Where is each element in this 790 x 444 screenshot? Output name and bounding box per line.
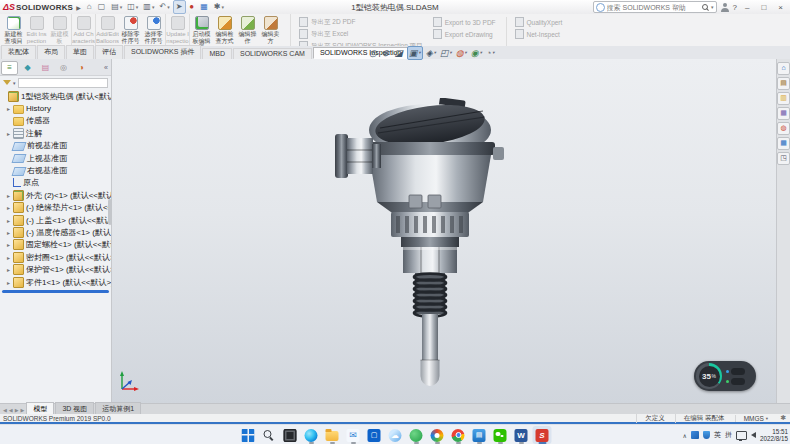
recorder-button-2[interactable] — [731, 378, 745, 385]
quick-access-button[interactable]: ▢ — [96, 1, 109, 13]
commandmanager-tab[interactable]: 评估 — [95, 45, 123, 59]
taskbar-app-button[interactable] — [428, 426, 447, 444]
hide-show-items-icon[interactable]: ◰▾ — [439, 47, 453, 59]
commandmanager-tab[interactable]: MBD — [202, 48, 232, 59]
ime-pinyin-indicator[interactable]: 拼 — [725, 430, 732, 440]
taskbar-app-button[interactable] — [281, 426, 300, 444]
custom-properties-icon[interactable]: ▦ — [777, 137, 790, 150]
ribbon-button[interactable]: 移除零件序号 — [119, 14, 142, 46]
tray-volume-icon[interactable] — [751, 432, 756, 438]
ribbon-button[interactable]: 选择零件序号 — [142, 14, 165, 46]
dimxpertmanager-tab[interactable]: ◎ — [55, 61, 72, 75]
tray-chevron-icon[interactable]: ∧ — [683, 432, 687, 439]
taskbar-app-button[interactable] — [239, 426, 258, 444]
ribbon-button[interactable]: 新建模板 — [48, 14, 71, 46]
panel-collapse-icon[interactable]: « — [104, 64, 110, 71]
taskbar-app-button[interactable]: W — [512, 426, 531, 444]
commandmanager-tab[interactable]: SOLIDWORKS CAM — [233, 48, 312, 59]
filter-caret-icon[interactable]: ▾ — [13, 80, 16, 86]
taskbar-app-button[interactable]: ▢ — [365, 426, 384, 444]
view-orientation-icon[interactable]: ▣▾ — [407, 46, 423, 60]
quick-access-button[interactable]: ↶▾ — [157, 1, 171, 13]
configurationmanager-tab[interactable]: ▤ — [37, 61, 54, 75]
export-button[interactable]: 导出至 2D PDF — [299, 17, 423, 27]
taskbar-app-button[interactable] — [260, 426, 279, 444]
status-item[interactable]: 欠定义 — [636, 414, 675, 423]
feature-tree-item[interactable]: ▸ 保护管<1> (默认<<默认>_显示状 — [0, 263, 111, 275]
ime-english-indicator[interactable]: 英 — [714, 430, 721, 440]
feature-tree-item[interactable]: ▸ 外壳 (2)<1> (默认<<默认>_显示状 — [0, 189, 111, 201]
feature-tree-item[interactable]: ▸ 注解 — [0, 127, 111, 139]
feature-tree-item[interactable]: ▸ History — [0, 102, 111, 114]
taskbar-app-button[interactable] — [323, 426, 342, 444]
taskbar-app-button[interactable] — [491, 426, 510, 444]
taskbar-app-button[interactable]: S — [533, 426, 552, 444]
ribbon-button[interactable]: Update Inspection Project — [165, 14, 189, 46]
tray-app-icon[interactable] — [691, 431, 699, 439]
export-button[interactable]: Net-Inspect — [515, 29, 563, 39]
export-button[interactable]: 导出至 Excel — [299, 29, 423, 39]
feature-tree-item[interactable]: ▸ (-) 绝缘垫片<1> (默认<<默认>_显 — [0, 202, 111, 214]
design-library-icon[interactable]: ▤ — [777, 77, 790, 90]
close-button[interactable]: × — [774, 1, 787, 14]
ribbon-button[interactable]: 编辑卖方 — [259, 14, 282, 46]
taskbar-app-button[interactable] — [449, 426, 468, 444]
ribbon-button[interactable]: 编辑操作 — [236, 14, 259, 46]
quick-access-button[interactable]: ▤▾ — [109, 1, 124, 13]
search-icon[interactable] — [702, 4, 709, 11]
tray-network-icon[interactable] — [736, 431, 747, 440]
graphics-viewport[interactable]: 35% — [112, 59, 776, 403]
ribbon-button[interactable]: Add Characteristic — [71, 14, 95, 46]
quick-access-button[interactable]: ▥▾ — [141, 1, 156, 13]
minimize-button[interactable]: – — [741, 1, 753, 14]
featuremanager-tab[interactable]: ≡ — [1, 61, 18, 75]
export-button[interactable]: Export eDrawing — [433, 29, 496, 39]
commandmanager-tab[interactable]: 布局 — [37, 45, 65, 59]
feature-tree-item[interactable]: ▸ 固定螺栓<1> (默认<<默认>_显示 — [0, 239, 111, 251]
ribbon-button[interactable]: 编辑检查方式 — [213, 14, 236, 46]
edit-appearance-icon[interactable]: ◍▾ — [455, 47, 468, 59]
ribbon-button[interactable]: 新建检查项目 (amp;N) — [2, 14, 25, 46]
quick-access-button[interactable]: ➤ — [173, 0, 187, 14]
taskbar-app-button[interactable]: ✉ — [344, 426, 363, 444]
displaymanager-tab[interactable]: ◑ — [73, 61, 90, 75]
forum-icon[interactable]: ◳ — [777, 152, 790, 165]
export-button[interactable]: Export to 3D PDF — [433, 17, 496, 27]
feature-tree-item[interactable]: ▸ 密封圈<1> (默认<<默认>_显示状 — [0, 251, 111, 263]
taskbar-clock[interactable]: 15:51 2022/8/15 — [760, 428, 788, 442]
commandmanager-tab[interactable]: SOLIDWORKS 插件 — [124, 45, 201, 59]
menu-expand-icon[interactable]: ▶ — [76, 4, 81, 11]
ribbon-button[interactable]: Edit Inspection Project — [25, 14, 48, 46]
tree-filter-input[interactable] — [18, 78, 108, 88]
restore-button[interactable]: □ — [757, 1, 770, 14]
apply-scene-icon[interactable]: ◉▾ — [470, 47, 483, 59]
feature-tree-item[interactable]: 右视基准面 — [0, 164, 111, 176]
commandmanager-tab[interactable]: 草图 — [66, 45, 94, 59]
status-item[interactable]: MMGS▾ — [735, 415, 777, 422]
feature-tree-item[interactable]: ▸ 零件2<1> (默认<<默认>_显示状 — [0, 288, 111, 289]
status-item[interactable]: 在编辑 装配体 — [675, 414, 735, 423]
task-pane-home-icon[interactable]: ⌂ — [777, 62, 790, 75]
file-explorer-icon[interactable]: ▥ — [777, 92, 790, 105]
taskbar-app-button[interactable] — [407, 426, 426, 444]
display-style-icon[interactable]: ◈▾ — [425, 47, 437, 59]
ribbon-button[interactable]: 启动模板编辑器 — [189, 14, 213, 46]
feature-tree-item[interactable]: ▸ (-) 上盖<1> (默认<<默认>_显示状 — [0, 214, 111, 226]
quick-access-button[interactable]: ✱▾ — [212, 1, 226, 13]
quick-access-button[interactable]: ▦ — [198, 1, 211, 13]
filter-funnel-icon[interactable] — [3, 80, 11, 85]
feature-tree-item[interactable]: 原点 — [0, 177, 111, 189]
feature-tree-item[interactable]: 1型铠装热电偶 (默认<默认>_显示状态-1 — [0, 90, 111, 102]
propertymanager-tab[interactable]: ◆ — [19, 61, 36, 75]
search-input[interactable] — [607, 3, 700, 12]
taskbar-app-button[interactable] — [302, 426, 321, 444]
feature-tree-item[interactable]: 传感器 — [0, 115, 111, 127]
feature-tree-item[interactable]: 前视基准面 — [0, 140, 111, 152]
help-search-box[interactable]: ▾ — [593, 1, 717, 13]
feature-tree-item[interactable]: ▸ 零件1<1> (默认<<默认>_显示状态 — [0, 276, 111, 288]
taskbar-app-button[interactable]: ▤ — [470, 426, 489, 444]
zoom-to-fit-icon[interactable]: ◎ — [368, 47, 379, 59]
feature-tree-item[interactable]: ▸ (-) 温度传感器<1> (默认<<默认>_ — [0, 226, 111, 238]
ribbon-button[interactable]: Add/Edit Balloons — [95, 14, 119, 46]
thermocouple-3d-model[interactable] — [335, 98, 505, 393]
